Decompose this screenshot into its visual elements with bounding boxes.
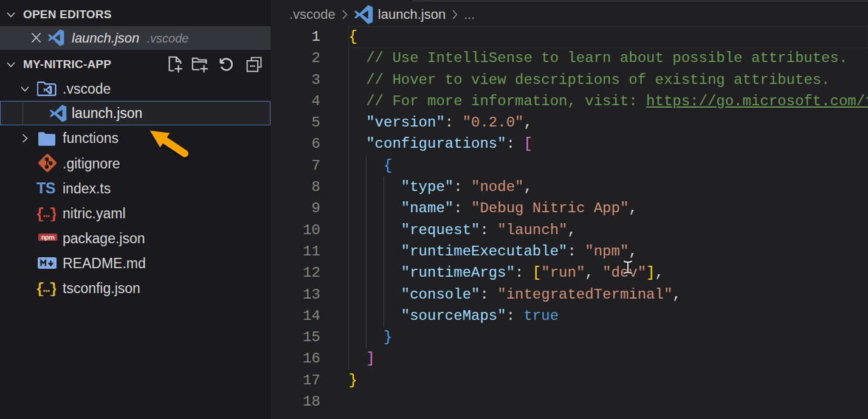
svg-text:{: { bbox=[37, 207, 45, 221]
svg-text:}: } bbox=[49, 282, 57, 296]
svg-text:{: { bbox=[37, 282, 45, 296]
svg-text:npm: npm bbox=[41, 234, 55, 241]
svg-text:}: } bbox=[49, 207, 57, 221]
